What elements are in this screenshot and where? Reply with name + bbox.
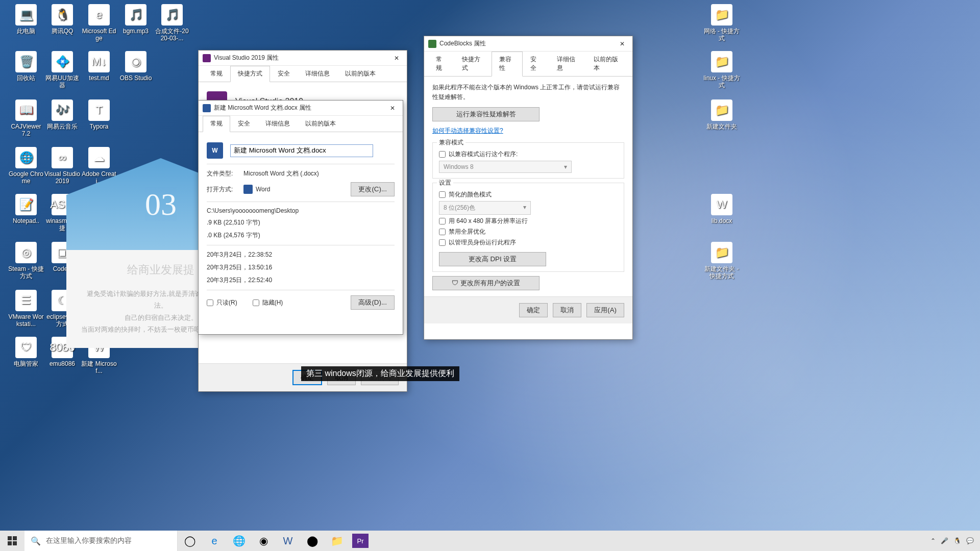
change-button[interactable]: 更改(C)... (351, 182, 395, 196)
desktop-icon[interactable]: 📁网络 - 快捷方式 (703, 4, 740, 42)
desktop-icon[interactable]: 🛡电脑管家 (8, 337, 44, 367)
app-icon: 🎶 (52, 99, 73, 121)
app-icon: 📁 (711, 51, 732, 72)
desktop-icon[interactable]: ◉OBS Studio (117, 51, 154, 82)
advanced-button[interactable]: 高级(D)... (351, 295, 395, 310)
tab-详细信息[interactable]: 详细信息 (258, 116, 298, 132)
desktop-icon[interactable]: ◎Steam - 快捷方式 (8, 242, 44, 280)
color-depth-select[interactable]: 8 位(256)色▾ (439, 201, 531, 215)
search-icon: 🔍 (31, 536, 41, 546)
tab-安全[interactable]: 安全 (230, 116, 258, 132)
desktop-icon[interactable]: ☰VMware Workstati... (8, 290, 44, 328)
svg-rect-2 (8, 541, 12, 545)
desktop-icon[interactable]: 🎵bgm.mp3 (117, 4, 154, 35)
desktop-icon[interactable]: eMicrosoft Edge (81, 4, 117, 42)
hidden-checkbox[interactable]: 隐藏(H) (253, 298, 283, 307)
desktop-icon[interactable]: 💠网易UU加速器 (44, 51, 81, 89)
desktop-icon[interactable]: 🐧腾讯QQ (44, 4, 81, 35)
tray-icon[interactable]: 🎤 (941, 537, 948, 544)
app-icon: T (88, 99, 110, 121)
desktop-icon[interactable]: 🗑️回收站 (8, 51, 44, 82)
tb-edge-icon[interactable]: e (202, 531, 227, 551)
app-icon: ◉ (125, 51, 146, 72)
app-icon: ◎ (15, 242, 37, 263)
disable-fullscreen-checkbox[interactable]: 禁用全屏优化 (439, 228, 618, 236)
desktop-icon[interactable]: 📁linux - 快捷方式 (703, 51, 740, 89)
filename-input[interactable] (230, 144, 373, 157)
compat-os-select[interactable]: Windows 8▾ (439, 161, 572, 173)
action-center-icon[interactable]: 💬 (966, 537, 974, 544)
tab-以前的版本[interactable]: 以前的版本 (298, 116, 344, 132)
tab-以前的版本[interactable]: 以前的版本 (586, 52, 628, 76)
desktop-icon[interactable]: 🎶网易云音乐 (44, 99, 81, 130)
reduced-color-checkbox[interactable]: 简化的颜色模式 (439, 190, 618, 199)
640x480-checkbox[interactable]: 用 640 x 480 屏幕分辨率运行 (439, 217, 618, 226)
app-icon: ☰ (15, 290, 37, 311)
search-input[interactable]: 🔍 在这里输入你要搜索的内容 (24, 531, 178, 551)
ok-button[interactable]: 确定 (519, 303, 548, 317)
desktop-icon[interactable]: M↓test.md (81, 51, 117, 82)
app-icon: 📁 (711, 242, 732, 263)
desktop-icon[interactable]: 📖CAJViewer 7.2 (8, 99, 44, 138)
cancel-button[interactable]: 取消 (553, 303, 581, 317)
desktop-icon[interactable]: 📁新建文件夹 (703, 99, 740, 130)
tray-icon[interactable]: 🐧 (953, 537, 961, 544)
tab-详细信息[interactable]: 详细信息 (549, 52, 586, 76)
codeblocks-icon (428, 40, 436, 48)
tab-常规[interactable]: 常规 (203, 116, 230, 132)
shield-icon: 🛡 (452, 279, 458, 287)
desktop-icon[interactable]: Wlib.docx (703, 194, 740, 224)
desktop-icon[interactable]: TTypora (81, 99, 117, 130)
tab-安全[interactable]: 安全 (270, 66, 298, 82)
tb-explorer-icon[interactable]: 📁 (325, 531, 349, 551)
tab-常规[interactable]: 常规 (203, 66, 230, 82)
runas-admin-checkbox[interactable]: 以管理员身份运行此程序 (439, 238, 618, 247)
tab-兼容性[interactable]: 兼容性 (492, 52, 523, 77)
cortana-icon[interactable]: ◯ (178, 531, 202, 551)
desktop-icon[interactable]: 💻此电脑 (8, 4, 44, 35)
dpi-button[interactable]: 更改高 DPI 设置 (439, 252, 546, 266)
tb-premiere-icon[interactable]: Pr (352, 534, 369, 548)
tab-快捷方式[interactable]: 快捷方式 (230, 66, 270, 82)
start-button[interactable] (0, 531, 24, 551)
desktop-icon[interactable]: 📁新建文件夹 - 快捷方式 (703, 242, 740, 280)
apply-button[interactable]: 应用(A) (586, 303, 624, 317)
codeblocks-properties-window[interactable]: CodeBlocks 属性 ✕ 常规快捷方式兼容性安全详细信息以前的版本 如果此… (424, 36, 633, 340)
window-title: 新建 Microsoft Word 文档.docx 属性 (214, 104, 386, 112)
compat-mode-checkbox[interactable]: 以兼容模式运行这个程序: (439, 150, 618, 159)
window-title: Visual Studio 2019 属性 (214, 54, 390, 62)
tb-word-icon[interactable]: W (276, 531, 300, 551)
app-icon: 🌐 (15, 147, 37, 168)
tb-obs-icon[interactable]: ◉ (251, 531, 276, 551)
desktop-icon[interactable]: 🌐Google Chrome (8, 147, 44, 185)
chevron-up-icon[interactable]: ⌃ (930, 537, 936, 544)
tb-chrome-icon[interactable]: 🌐 (227, 531, 251, 551)
app-icon: 🎵 (161, 4, 183, 26)
svg-rect-0 (8, 536, 12, 540)
app-icon: 📁 (711, 99, 732, 121)
all-users-button[interactable]: 🛡 更改所有用户的设置 (432, 276, 540, 290)
troubleshoot-button[interactable]: 运行兼容性疑难解答 (432, 107, 540, 121)
tab-安全[interactable]: 安全 (523, 52, 549, 76)
calendar-day: 03 (145, 186, 177, 222)
tab-常规[interactable]: 常规 (428, 52, 454, 76)
tab-详细信息[interactable]: 详细信息 (298, 66, 337, 82)
tab-快捷方式[interactable]: 快捷方式 (454, 52, 491, 76)
app-icon: 🐧 (52, 4, 73, 26)
app-icon: 💻 (15, 4, 37, 26)
tb-app-icon[interactable]: ⬤ (300, 531, 325, 551)
manual-settings-link[interactable]: 如何手动选择兼容性设置? (432, 127, 503, 134)
taskbar: 🔍 在这里输入你要搜索的内容 ◯ e 🌐 ◉ W ⬤ 📁 Pr ⌃ 🎤 🐧 💬 (0, 531, 980, 551)
system-tray[interactable]: ⌃ 🎤 🐧 💬 (924, 537, 980, 544)
tab-以前的版本[interactable]: 以前的版本 (337, 66, 383, 82)
close-icon[interactable]: ✕ (390, 55, 403, 62)
app-icon: 🛡 (15, 337, 37, 358)
close-icon[interactable]: ✕ (616, 40, 628, 47)
readonly-checkbox[interactable]: 只读(R) (207, 298, 237, 307)
word-properties-window[interactable]: 新建 Microsoft Word 文档.docx 属性 ✕ 常规安全详细信息以… (198, 100, 403, 335)
word-tabs: 常规安全详细信息以前的版本 (199, 116, 403, 132)
desktop-icon[interactable]: 📝Notepad.. (8, 194, 44, 224)
close-icon[interactable]: ✕ (386, 105, 399, 112)
app-icon: 🎵 (125, 4, 146, 26)
desktop-icon[interactable]: 🎵合成文件-2020-03-... (154, 4, 190, 42)
